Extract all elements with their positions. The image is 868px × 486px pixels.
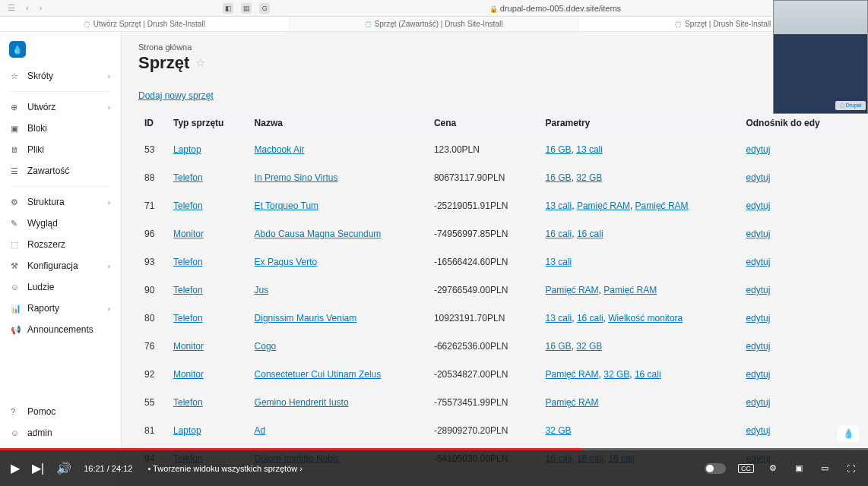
- param-link[interactable]: 16 GB: [546, 172, 572, 183]
- sidebar-toggle-icon[interactable]: ☰: [8, 3, 15, 13]
- param-link[interactable]: 16 GB: [546, 144, 572, 155]
- sidebar-item-pomoc[interactable]: ?Pomoc: [0, 401, 122, 422]
- next-button[interactable]: ▶|: [32, 461, 44, 475]
- param-link[interactable]: Pamięć RAM: [546, 369, 599, 380]
- tab-1[interactable]: ◌Utwórz Sprzęt | Drush Site-Install: [0, 17, 290, 31]
- param-link[interactable]: 13 cali: [546, 257, 572, 267]
- fullscreen-icon[interactable]: ⛶: [844, 463, 857, 474]
- param-link[interactable]: 32 GB: [576, 172, 602, 183]
- type-link[interactable]: Telefon: [173, 285, 203, 295]
- add-new-link[interactable]: Dodaj nowy sprzęt: [138, 90, 214, 101]
- table-row: 96MonitorAbdo Causa Magna Secundum-74956…: [138, 220, 851, 248]
- progress-bar[interactable]: [0, 448, 868, 450]
- name-link[interactable]: Ad: [255, 425, 266, 436]
- param-link[interactable]: 16 cali: [546, 229, 572, 239]
- sidebar-item-ludzie[interactable]: ☺Ludzie: [0, 276, 121, 298]
- param-link[interactable]: Pamięć RAM: [577, 200, 630, 211]
- name-link[interactable]: Dignissim Mauris Veniam: [255, 313, 357, 323]
- breadcrumb[interactable]: Strona główna: [138, 43, 851, 52]
- miniplayer-icon[interactable]: ▣: [792, 463, 806, 474]
- edit-link[interactable]: edytuj: [746, 229, 770, 239]
- address-bar[interactable]: drupal-demo-005.ddev.site/items: [284, 4, 827, 13]
- type-link[interactable]: Telefon: [173, 313, 203, 323]
- edit-link[interactable]: edytuj: [746, 369, 770, 380]
- settings-icon[interactable]: ⚙: [766, 463, 780, 474]
- param-link[interactable]: Wielkość monitora: [608, 313, 683, 323]
- param-link[interactable]: 16 cali: [577, 229, 603, 239]
- name-link[interactable]: Cogo: [255, 341, 277, 352]
- sidebar-item-utwórz[interactable]: ⊕Utwórz›: [0, 96, 121, 118]
- type-link[interactable]: Monitor: [173, 369, 204, 380]
- type-link[interactable]: Telefon: [173, 397, 203, 408]
- sidebar-item-skróty[interactable]: ☆Skróty›: [0, 65, 121, 87]
- param-link[interactable]: Pamięć RAM: [635, 200, 689, 211]
- name-link[interactable]: Macbook Air: [255, 144, 305, 155]
- edit-link[interactable]: edytuj: [746, 425, 770, 436]
- name-link[interactable]: Jus: [255, 285, 269, 295]
- watermark-icon[interactable]: 💧: [838, 425, 859, 442]
- param-link[interactable]: Pamięć RAM: [603, 285, 657, 295]
- type-link[interactable]: Telefon: [173, 257, 203, 267]
- drupal-logo-icon[interactable]: 💧: [9, 41, 26, 58]
- column-header[interactable]: Parametry: [540, 110, 740, 136]
- translate-icon[interactable]: G: [259, 3, 270, 14]
- param-link[interactable]: Pamięć RAM: [546, 285, 599, 295]
- shield-icon[interactable]: ◧: [223, 3, 233, 14]
- edit-link[interactable]: edytuj: [746, 285, 770, 295]
- edit-link[interactable]: edytuj: [746, 313, 770, 323]
- param-link[interactable]: 16 cali: [635, 369, 661, 380]
- forward-icon[interactable]: ›: [40, 3, 43, 13]
- sidebar-item-wygląd[interactable]: ✎Wygląd: [0, 213, 121, 234]
- edit-link[interactable]: edytuj: [746, 200, 770, 211]
- type-link[interactable]: Telefon: [173, 172, 203, 183]
- param-link[interactable]: Pamięć RAM: [546, 397, 599, 408]
- type-link[interactable]: Laptop: [173, 425, 201, 436]
- play-button[interactable]: ▶: [11, 461, 20, 475]
- sidebar-item-zawartość[interactable]: ☰Zawartość: [0, 160, 121, 181]
- name-link[interactable]: Gemino Hendrerit Iusto: [255, 397, 349, 408]
- edit-link[interactable]: edytuj: [746, 257, 770, 267]
- name-link[interactable]: Consectetuer Cui Utinam Zelus: [255, 369, 382, 380]
- sidebar-item-struktura[interactable]: ⚙Struktura›: [0, 191, 121, 213]
- param-link[interactable]: 13 cali: [546, 200, 572, 211]
- column-header[interactable]: Odnośnik do edy: [740, 110, 851, 136]
- param-link[interactable]: 13 cali: [546, 313, 572, 323]
- edit-link[interactable]: edytuj: [746, 172, 770, 183]
- column-header[interactable]: ID: [138, 110, 167, 136]
- theater-icon[interactable]: ▭: [818, 463, 832, 474]
- sidebar-item-pliki[interactable]: 🗎Pliki: [0, 139, 121, 160]
- sidebar-item-bloki[interactable]: ▣Bloki: [0, 118, 121, 139]
- autoplay-toggle[interactable]: [705, 463, 726, 474]
- type-link[interactable]: Monitor: [173, 229, 204, 239]
- tab-2[interactable]: ◌Sprzęt (Zawartość) | Drush Site-Install: [290, 17, 579, 31]
- name-link[interactable]: Et Torqueo Tum: [255, 200, 319, 211]
- captions-button[interactable]: CC: [738, 464, 754, 473]
- name-link[interactable]: In Premo Sino Virtus: [255, 172, 338, 183]
- type-link[interactable]: Laptop: [173, 144, 201, 155]
- star-icon[interactable]: ☆: [195, 56, 205, 70]
- column-header[interactable]: Nazwa: [249, 110, 428, 136]
- sidebar-item-rozszerz[interactable]: ⬚Rozszerz: [0, 234, 121, 255]
- edit-link[interactable]: edytuj: [746, 341, 770, 352]
- param-link[interactable]: 16 GB: [546, 341, 572, 352]
- edit-link[interactable]: edytuj: [746, 144, 770, 155]
- param-link[interactable]: 32 GB: [576, 341, 602, 352]
- back-icon[interactable]: ‹: [26, 3, 29, 13]
- type-link[interactable]: Monitor: [173, 341, 204, 352]
- param-link[interactable]: 32 GB: [603, 369, 629, 380]
- column-header[interactable]: Typ sprzętu: [167, 110, 249, 136]
- edit-link[interactable]: edytuj: [746, 397, 770, 408]
- name-link[interactable]: Abdo Causa Magna Secundum: [255, 229, 382, 239]
- param-link[interactable]: 13 cali: [576, 144, 603, 155]
- sidebar-item-raporty[interactable]: 📊Raporty›: [0, 298, 121, 319]
- sidebar-item-admin[interactable]: ☺admin: [0, 422, 122, 443]
- type-link[interactable]: Telefon: [173, 200, 203, 211]
- volume-icon[interactable]: 🔊: [56, 461, 71, 475]
- reader-icon[interactable]: ▤: [241, 3, 252, 14]
- sidebar-item-announcements[interactable]: 📢Announcements: [0, 319, 121, 340]
- name-link[interactable]: Ex Pagus Verto: [255, 257, 318, 267]
- param-link[interactable]: 32 GB: [546, 425, 572, 436]
- sidebar-item-konfiguracja[interactable]: ⚒Konfiguracja›: [0, 255, 121, 276]
- column-header[interactable]: Cena: [428, 110, 540, 136]
- param-link[interactable]: 16 cali: [577, 313, 603, 323]
